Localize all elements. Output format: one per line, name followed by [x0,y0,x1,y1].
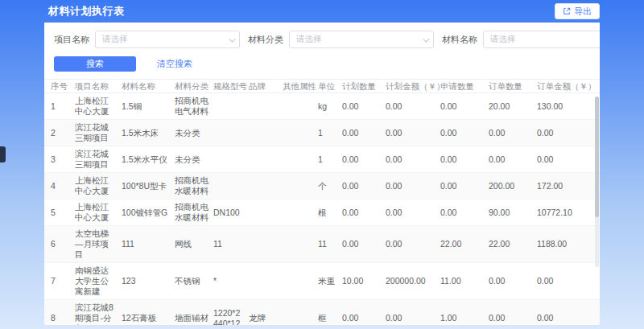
table-cell: 1.5铜 [122,93,175,119]
column-header: 品牌 [249,81,283,92]
table-cell: 1188.00 [537,226,593,262]
table-cell: 0.00 [342,300,386,325]
main-card: 项目名称 请选择 材料分类 请选择 材料名称 请选择 搜索 清空搜索 序号项目名… [44,23,600,325]
table-cell: 123 [122,263,175,299]
select-placeholder: 请选择 [296,34,322,45]
table-cell: 0.00 [489,146,537,172]
table-cell: 滨江花城三期项目 [75,146,122,172]
select-placeholder: 请选择 [490,34,516,45]
sidebar-collapse-handle[interactable] [0,146,6,162]
table-cell: 0.00 [342,226,386,262]
export-label: 导出 [574,6,592,18]
export-button[interactable]: 导出 [555,3,600,19]
table-cell [249,263,283,299]
table-cell: 0.00 [440,173,489,199]
clear-search-link[interactable]: 清空搜索 [157,58,192,70]
column-header: 其他属性 [283,81,318,92]
table-cell: 1.5米水平仪 [122,146,175,172]
table-cell: 0.00 [342,93,386,119]
column-header: 计划金额（￥） [386,81,440,92]
vertical-scrollbar-thumb[interactable] [595,97,599,217]
table-cell: 框 [318,300,342,325]
table-cell: 1.00 [440,300,489,325]
table-cell: DN100 [213,199,249,225]
column-header: 申请数量 [440,81,489,92]
filter-material-category: 材料分类 请选择 [248,31,434,48]
table-cell [283,173,318,199]
table: 序号项目名称材料名称材料分类规格型号品牌其他属性单位计划数量计划金额（￥）申请数… [44,79,600,325]
table-cell: 22.00 [440,226,489,262]
table-cell [213,120,249,146]
table-cell: 墙面辅材 [175,300,213,325]
table-cell [283,120,318,146]
page-title: 材料计划执行表 [48,4,125,19]
table-cell [213,93,249,119]
table-cell: 南钢盛达大学生公寓新建 [75,263,122,299]
table-cell: 11 [213,226,249,262]
table-cell [283,93,318,119]
table-cell: 4 [51,173,75,199]
table-cell: 0.00 [489,120,537,146]
search-button[interactable]: 搜索 [54,56,136,72]
table-cell: 0.00 [386,120,440,146]
table-cell [283,146,318,172]
table-cell: 0.00 [537,146,593,172]
material-category-select[interactable]: 请选择 [289,31,434,48]
table-cell: 米重 [318,263,342,299]
select-placeholder: 请选择 [102,34,128,45]
column-header: 序号 [51,81,75,92]
filter-label: 材料分类 [248,34,283,46]
table-cell [283,226,318,262]
table-cell: 0.00 [440,120,489,146]
table-cell: 8 [51,300,75,325]
table-cell: 0.00 [342,199,386,225]
table-cell: 不锈钢 [175,263,213,299]
table-cell: 根 [318,199,342,225]
table-cell: 20.00 [489,93,537,119]
material-name-select[interactable]: 请选择 [483,31,600,48]
column-header: 订单数量 [489,81,537,92]
table-cell: 1 [51,93,75,119]
column-header: 规格型号 [213,81,249,92]
table-row: 2滨江花城三期项目1.5米木床未分类10.000.000.000.000.00 [44,120,600,146]
table-cell: 90.00 [489,199,537,225]
filter-label: 项目名称 [54,34,89,46]
table-row: 5上海松江中心大厦100镀锌管G招商机电 水暖材料DN100根0.000.000… [44,199,600,226]
table-cell: 上海松江中心大厦 [75,173,122,199]
vertical-scrollbar[interactable] [595,97,599,267]
table-cell: 0.00 [386,146,440,172]
table-cell: 0.00 [440,199,489,225]
table-cell: 0.00 [489,263,537,299]
table-cell: 7 [51,263,75,299]
table-cell: 0.00 [537,120,593,146]
chevron-down-icon [423,35,429,42]
table-cell: 滨江花城三期项目 [75,120,122,146]
filter-material-name: 材料名称 请选择 [442,31,600,48]
table-header-row: 序号项目名称材料名称材料分类规格型号品牌其他属性单位计划数量计划金额（￥）申请数… [44,79,600,93]
filter-bar: 项目名称 请选择 材料分类 请选择 材料名称 请选择 [44,23,600,48]
chevron-down-icon [229,35,235,42]
column-header: 单位 [318,81,342,92]
table-body: 1上海松江中心大厦1.5铜招商机电 电气材料kg0.000.000.0020.0… [44,93,600,325]
table-cell: 0.00 [386,173,440,199]
table-cell [213,173,249,199]
table-cell: 0.00 [440,146,489,172]
table-cell: 12石膏板 [122,300,175,325]
table-cell: 龙牌 [249,300,283,325]
project-name-select[interactable]: 请选择 [95,31,240,48]
table-cell [283,300,318,325]
column-header: 材料分类 [175,81,213,92]
table-cell: 未分类 [175,146,213,172]
table-cell: 22.00 [489,226,537,262]
table-cell: 3 [51,146,75,172]
table-cell [249,173,283,199]
table-cell: 招商机电 电气材料 [175,93,213,119]
column-header: 订单金额（￥） [537,81,593,92]
filter-label: 材料名称 [442,34,477,46]
table-cell: 1 [318,146,342,172]
titlebar: 材料计划执行表 导出 [0,0,644,23]
table-cell: 0.00 [342,146,386,172]
table-cell: 0.00 [537,263,593,299]
table-cell: 招商机电 水暖材料 [175,173,213,199]
table-cell: 11 [318,226,342,262]
